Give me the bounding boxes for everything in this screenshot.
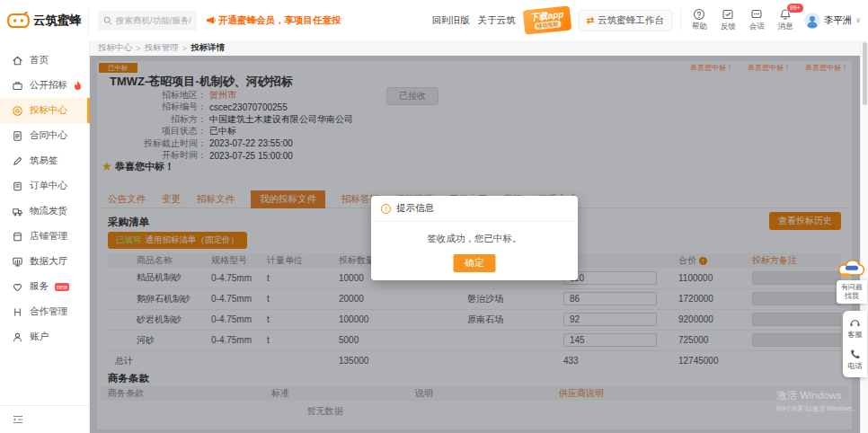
help-icon <box>693 8 705 21</box>
feedback-icon <box>722 8 734 21</box>
old-version-link[interactable]: 回到旧版 <box>432 14 470 27</box>
sidebar-icon-11 <box>12 331 23 343</box>
sidebar-item-0[interactable]: 首页 <box>0 48 89 73</box>
sidebar-icon-4 <box>12 155 23 167</box>
customer-service-label: 客服 <box>848 330 863 340</box>
app-logo[interactable]: 云筑蜜蜂 <box>0 11 88 30</box>
header-action-label: 会话 <box>749 22 765 32</box>
sidebar-item-label: 首页 <box>30 54 49 66</box>
member-promo[interactable]: 开通蜜蜂会员，享项目任意投 <box>206 14 341 27</box>
sidebar-item-label: 店铺管理 <box>30 230 67 243</box>
help-bubble-line2: 找我 <box>841 292 863 301</box>
header-action-label: 帮助 <box>692 22 707 32</box>
search-input[interactable] <box>116 15 191 25</box>
sidebar-item-label: 账户 <box>30 331 49 343</box>
dialog-header: ! 提示信息 <box>371 196 578 222</box>
dialog-message: 签收成功，您已中标。 <box>371 233 578 245</box>
sidebar-icon-7 <box>12 231 23 243</box>
sidebar-item-11[interactable]: 账户 <box>0 324 89 349</box>
breadcrumb: 投标中心 > 投标管理 > 投标详情 <box>90 40 860 56</box>
header-action-help[interactable]: 帮助 <box>689 8 710 32</box>
mascot-cloud-icon[interactable] <box>837 257 866 281</box>
workbench-button[interactable]: ⇄ 云筑蜜蜂工作台 <box>579 10 672 31</box>
customer-service-button[interactable]: 客服 <box>848 317 863 340</box>
avatar <box>804 13 820 29</box>
sidebar-item-label: 合作管理 <box>30 305 67 318</box>
user-name: 李平洲 <box>824 14 853 27</box>
logo-icon <box>7 11 30 30</box>
chat-icon <box>750 8 763 21</box>
header-action-group: 帮助反馈会话消息99+ <box>689 8 796 32</box>
sidebar: 首页公开招标投标中心合同中心筑易签订单中心物流发货店铺管理数据大厅服务new合作… <box>0 40 90 433</box>
sidebar-item-label: 公开招标 <box>30 79 67 92</box>
contact-panel: 客服 电话 <box>843 311 867 377</box>
scrollbar-thumb[interactable] <box>863 42 867 105</box>
header-action-label: 反馈 <box>721 22 736 32</box>
fire-icon <box>74 81 82 91</box>
logo-text: 云筑蜜蜂 <box>33 13 82 29</box>
sidebar-icon-8 <box>12 256 23 268</box>
sidebar-item-label: 投标中心 <box>30 104 67 117</box>
sidebar-item-label: 订单中心 <box>30 180 67 192</box>
sidebar-icon-2 <box>12 105 23 117</box>
sidebar-item-2[interactable]: 投标中心 <box>0 98 89 123</box>
sidebar-item-label: 合同中心 <box>30 129 67 142</box>
sidebar-icon-10 <box>12 306 23 318</box>
breadcrumb-separator: > <box>136 43 141 53</box>
phone-label: 电话 <box>848 361 863 371</box>
sidebar-icon-0 <box>12 55 23 66</box>
help-bubble-line1: 有问题 <box>841 283 863 292</box>
search-icon <box>103 16 112 25</box>
sidebar-icon-3 <box>12 130 23 142</box>
breadcrumb-item[interactable]: 投标管理 <box>145 42 179 54</box>
breadcrumb-separator: > <box>182 43 188 53</box>
header-right: 回到旧版 关于云筑 下载app 移动投标 ⇄ 云筑蜜蜂工作台 帮助反馈会话消息9… <box>432 8 868 32</box>
about-link[interactable]: 关于云筑 <box>478 14 516 27</box>
notification-badge: 99+ <box>786 3 804 13</box>
header-action-feedback[interactable]: 反馈 <box>718 8 739 32</box>
user-menu[interactable]: 李平洲 ∨ <box>804 13 861 29</box>
search-box[interactable] <box>98 11 197 31</box>
download-app-subtext: 移动投标 <box>534 20 562 30</box>
header-action-bell[interactable]: 消息99+ <box>775 8 796 32</box>
sidebar-item-6[interactable]: 物流发货 <box>0 199 89 224</box>
sidebar-item-8[interactable]: 数据大厅 <box>0 249 89 274</box>
headset-icon <box>849 317 861 328</box>
breadcrumb-item[interactable]: 投标中心 <box>98 42 132 54</box>
top-header: 云筑蜜蜂 开通蜜蜂会员，享项目任意投 回到旧版 关于云筑 下载app 移动投标 … <box>0 0 868 40</box>
header-action-chat[interactable]: 会话 <box>747 8 767 32</box>
member-promo-text: 开通蜜蜂会员，享项目任意投 <box>218 14 341 27</box>
megaphone-icon <box>206 15 216 25</box>
sidebar-icon-1 <box>12 80 23 92</box>
confirm-button[interactable]: 确定 <box>454 254 496 272</box>
chevron-down-icon: ∨ <box>855 16 861 24</box>
sidebar-item-1[interactable]: 公开招标 <box>0 73 89 98</box>
phone-icon <box>850 349 861 359</box>
header-divider <box>88 8 89 33</box>
collapse-sidebar-icon[interactable] <box>12 413 77 426</box>
help-bubble[interactable]: 有问题 找我 <box>837 280 867 304</box>
phone-button[interactable]: 电话 <box>848 349 863 371</box>
sidebar-item-label: 筑易签 <box>30 155 58 167</box>
sidebar-item-10[interactable]: 合作管理 <box>0 299 89 324</box>
dialog-title: 提示信息 <box>396 202 434 215</box>
sidebar-icon-6 <box>12 206 23 217</box>
sidebar-item-5[interactable]: 订单中心 <box>0 173 89 199</box>
sidebar-icon-5 <box>12 181 23 192</box>
message-dialog: ! 提示信息 签收成功，您已中标。 确定 <box>371 196 578 280</box>
sidebar-item-label: 物流发货 <box>30 205 67 217</box>
sidebar-item-3[interactable]: 合同中心 <box>0 123 89 148</box>
sidebar-footer <box>0 405 89 433</box>
info-icon: ! <box>381 204 391 214</box>
switch-icon: ⇄ <box>587 15 594 25</box>
sidebar-item-4[interactable]: 筑易签 <box>0 148 89 173</box>
workbench-label: 云筑蜜蜂工作台 <box>598 14 664 27</box>
sidebar-item-7[interactable]: 店铺管理 <box>0 224 89 249</box>
sidebar-item-label: 数据大厅 <box>30 255 67 268</box>
download-app-badge[interactable]: 下载app 移动投标 <box>522 5 571 34</box>
breadcrumb-current: 投标详情 <box>190 42 225 54</box>
sidebar-item-label: 服务 <box>30 280 49 293</box>
sidebar-icon-9 <box>12 281 23 293</box>
header-vertical-divider <box>680 10 681 31</box>
sidebar-item-9[interactable]: 服务new <box>0 274 89 299</box>
